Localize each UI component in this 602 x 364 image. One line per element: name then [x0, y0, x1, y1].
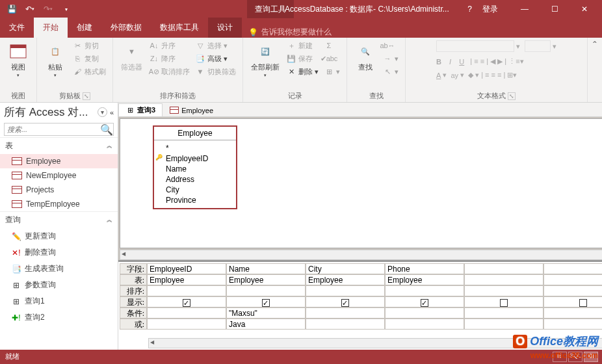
close-button[interactable]: ✕ [569, 0, 599, 18]
help-icon[interactable]: ? [467, 5, 472, 14]
copy-button[interactable]: ⎘复制 [71, 53, 107, 64]
design-surface[interactable]: Employee * EmployeeID Name Address City … [118, 117, 602, 250]
cell-crit-5[interactable] [543, 307, 602, 318]
nav-item-query2[interactable]: ✚!查询2 [0, 309, 118, 326]
cell-crit-3[interactable] [385, 307, 464, 318]
field-star[interactable]: * [158, 143, 232, 153]
tab-external[interactable]: 外部数据 [101, 18, 151, 38]
redo-icon[interactable]: ↷▾ [40, 1, 56, 17]
cell-or-2[interactable] [306, 318, 385, 330]
new-button[interactable]: ＋新建 [285, 40, 320, 51]
field-employeeid[interactable]: EmployeeID [158, 153, 232, 164]
cell-field-3[interactable]: Phone [385, 263, 464, 274]
minimize-button[interactable]: — [510, 0, 540, 18]
spell-button[interactable]: ✔abc [322, 53, 341, 64]
nav-item-query1[interactable]: ⊞查询1 [0, 293, 118, 309]
refresh-button[interactable]: 🔄全部刷新▾ [248, 40, 282, 79]
toggle-filter-button[interactable]: ▼切换筛选 [194, 66, 237, 77]
login-label[interactable]: 登录 [482, 4, 498, 15]
cell-field-5[interactable] [543, 263, 602, 274]
maximize-button[interactable]: ☐ [540, 0, 569, 18]
cell-crit-4[interactable] [464, 307, 543, 318]
nav-item-maketable-query[interactable]: 📑生成表查询 [0, 261, 118, 277]
format-painter-button[interactable]: 🖌格式刷 [71, 66, 107, 77]
cell-field-1[interactable]: Name [226, 263, 306, 274]
cell-show-0[interactable] [147, 296, 226, 307]
horizontal-scrollbar-upper[interactable] [120, 250, 602, 260]
chevron-down-icon[interactable]: ▾ [98, 107, 107, 117]
cell-table-3[interactable]: Employee [385, 274, 464, 285]
collapse-icon[interactable]: ︽ [107, 216, 112, 224]
cell-or-0[interactable] [147, 318, 226, 330]
cell-sort-2[interactable] [306, 285, 385, 296]
cell-or-5[interactable] [543, 318, 602, 330]
nav-item-param-query[interactable]: ⊞参数查询 [0, 277, 118, 293]
tab-file[interactable]: 文件 [0, 18, 34, 38]
select-button[interactable]: ↖▾ [381, 66, 400, 77]
tab-design[interactable]: 设计 [208, 18, 242, 38]
doc-tab-query3[interactable]: ⊞查询3 [118, 103, 163, 116]
cell-sort-1[interactable] [226, 285, 306, 296]
cell-table-1[interactable]: Employee [226, 274, 306, 285]
nav-item-tempemployee[interactable]: TempEmployee [0, 197, 118, 211]
find-button[interactable]: 🔍查找 [352, 40, 378, 73]
paste-button[interactable]: 📋粘贴▾ [42, 40, 68, 79]
tab-create[interactable]: 创建 [68, 18, 101, 38]
cell-show-1[interactable] [226, 296, 306, 307]
tab-dbtools[interactable]: 数据库工具 [151, 18, 208, 38]
textfmt-launcher[interactable]: ⤡ [508, 92, 516, 100]
cell-sort-3[interactable] [385, 285, 464, 296]
nav-item-employee[interactable]: Employee [0, 154, 118, 168]
doc-tab-employee[interactable]: Employee [163, 105, 220, 116]
cell-table-4[interactable] [464, 274, 543, 285]
collapse-ribbon-icon[interactable]: ˆ [588, 38, 602, 102]
search-input[interactable] [5, 124, 100, 135]
goto-button[interactable]: →▾ [381, 53, 400, 64]
nav-item-update-query[interactable]: ✏️更新查询 [0, 228, 118, 244]
asc-button[interactable]: A↓升序 [148, 40, 191, 51]
cut-button[interactable]: ✂剪切 [71, 40, 107, 51]
cell-show-3[interactable] [385, 296, 464, 307]
table-box-employee[interactable]: Employee * EmployeeID Name Address City … [153, 125, 237, 209]
cell-sort-5[interactable] [543, 285, 602, 296]
cell-or-3[interactable] [385, 318, 464, 330]
save-icon[interactable]: 💾 [4, 1, 20, 17]
nav-item-projects[interactable]: Projects [0, 183, 118, 197]
cell-show-4[interactable] [464, 296, 543, 307]
cell-table-2[interactable]: Employee [306, 274, 385, 285]
cell-crit-2[interactable] [306, 307, 385, 318]
desc-button[interactable]: Z↓降序 [148, 53, 191, 64]
nav-item-delete-query[interactable]: ✕!删除查询 [0, 244, 118, 261]
shutter-icon[interactable]: « [110, 109, 114, 116]
tab-home[interactable]: 开始 [34, 18, 68, 38]
advanced-button[interactable]: 📑高级▾ [194, 53, 237, 64]
cell-sort-0[interactable] [147, 285, 226, 296]
view-button[interactable]: 视图▾ [5, 40, 31, 79]
save-button[interactable]: 💾保存 [285, 53, 320, 64]
totals-button[interactable]: Σ [322, 40, 341, 51]
more-button[interactable]: ⊞▾ [322, 66, 341, 77]
cell-show-5[interactable] [543, 296, 602, 307]
cell-crit-1[interactable]: "Maxsu" [226, 307, 306, 318]
nav-section-tables[interactable]: 表︽ [0, 137, 118, 154]
tell-me[interactable]: 💡告诉我你想要做什么 [242, 27, 338, 38]
nav-item-newemployee[interactable]: NewEmployee [0, 168, 118, 183]
cell-table-0[interactable]: Employee [147, 274, 226, 285]
cell-or-1[interactable]: Java [226, 318, 306, 330]
qat-customize-icon[interactable]: ▾ [59, 1, 74, 17]
search-icon[interactable]: 🔍 [100, 124, 113, 135]
field-list[interactable]: * EmployeeID Name Address City Province [154, 140, 236, 208]
cell-crit-0[interactable] [147, 307, 226, 318]
replace-button[interactable]: ab↔ [381, 40, 400, 51]
delete-button[interactable]: ✕删除▾ [285, 66, 320, 77]
field-name[interactable]: Name [158, 164, 232, 174]
cell-field-4[interactable] [464, 263, 543, 274]
field-province[interactable]: Province [158, 195, 232, 205]
remove-sort-button[interactable]: A⊘取消排序 [148, 66, 191, 77]
cell-field-2[interactable]: City [306, 263, 385, 274]
field-address[interactable]: Address [158, 174, 232, 185]
cell-table-5[interactable] [543, 274, 602, 285]
clipboard-launcher[interactable]: ⤡ [83, 92, 90, 100]
undo-icon[interactable]: ↶▾ [22, 1, 38, 17]
filter-button[interactable]: ▼筛选器 [118, 40, 145, 73]
